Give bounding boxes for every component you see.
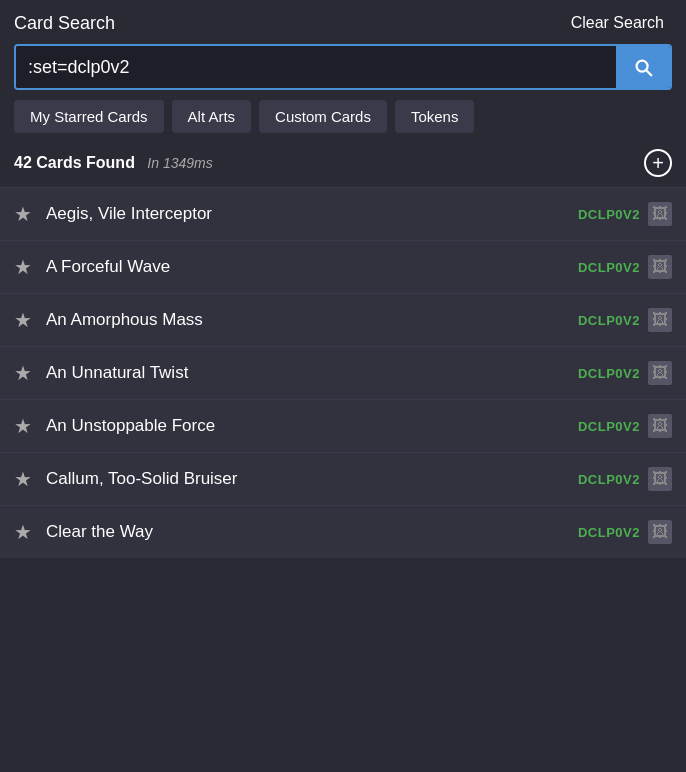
results-time: In 1349ms — [147, 155, 212, 171]
card-name: Callum, Too-Solid Bruiser — [46, 469, 578, 489]
card-image-icon[interactable]: 🖼 — [648, 414, 672, 438]
card-name: An Unnatural Twist — [46, 363, 578, 383]
search-bar — [14, 44, 672, 90]
star-icon[interactable]: ★ — [14, 467, 32, 491]
card-name: An Unstoppable Force — [46, 416, 578, 436]
tab-my-starred[interactable]: My Starred Cards — [14, 100, 164, 133]
card-name: An Amorphous Mass — [46, 310, 578, 330]
card-image-icon[interactable]: 🖼 — [648, 308, 672, 332]
results-header: 42 Cards Found In 1349ms + — [0, 139, 686, 187]
tab-tokens[interactable]: Tokens — [395, 100, 475, 133]
card-list: ★Aegis, Vile InterceptorDCLP0V2🖼★A Force… — [0, 187, 686, 558]
search-input[interactable] — [16, 46, 616, 88]
star-icon[interactable]: ★ — [14, 520, 32, 544]
card-set-badge: DCLP0V2 — [578, 207, 640, 222]
app-container: Card Search Clear Search My Starred Card… — [0, 0, 686, 558]
card-image-icon[interactable]: 🖼 — [648, 361, 672, 385]
star-icon[interactable]: ★ — [14, 255, 32, 279]
card-set-badge: DCLP0V2 — [578, 366, 640, 381]
star-icon[interactable]: ★ — [14, 414, 32, 438]
card-item[interactable]: ★Callum, Too-Solid BruiserDCLP0V2🖼 — [0, 452, 686, 505]
card-item[interactable]: ★An Unnatural TwistDCLP0V2🖼 — [0, 346, 686, 399]
card-set-badge: DCLP0V2 — [578, 472, 640, 487]
card-image-icon[interactable]: 🖼 — [648, 202, 672, 226]
card-set-badge: DCLP0V2 — [578, 419, 640, 434]
tabs-container: My Starred Cards Alt Arts Custom Cards T… — [0, 100, 686, 133]
card-item[interactable]: ★An Unstoppable ForceDCLP0V2🖼 — [0, 399, 686, 452]
results-count: 42 Cards Found — [14, 154, 135, 171]
card-name: A Forceful Wave — [46, 257, 578, 277]
card-set-badge: DCLP0V2 — [578, 525, 640, 540]
results-summary: 42 Cards Found In 1349ms — [14, 154, 213, 172]
search-icon — [632, 56, 654, 78]
card-item[interactable]: ★A Forceful WaveDCLP0V2🖼 — [0, 240, 686, 293]
card-name: Clear the Way — [46, 522, 578, 542]
star-icon[interactable]: ★ — [14, 361, 32, 385]
header: Card Search Clear Search — [0, 0, 686, 44]
search-button[interactable] — [616, 46, 670, 88]
clear-search-button[interactable]: Clear Search — [563, 10, 672, 36]
card-image-icon[interactable]: 🖼 — [648, 255, 672, 279]
card-set-badge: DCLP0V2 — [578, 260, 640, 275]
card-image-icon[interactable]: 🖼 — [648, 520, 672, 544]
card-item[interactable]: ★An Amorphous MassDCLP0V2🖼 — [0, 293, 686, 346]
star-icon[interactable]: ★ — [14, 202, 32, 226]
tab-custom-cards[interactable]: Custom Cards — [259, 100, 387, 133]
card-image-icon[interactable]: 🖼 — [648, 467, 672, 491]
card-item[interactable]: ★Clear the WayDCLP0V2🖼 — [0, 505, 686, 558]
star-icon[interactable]: ★ — [14, 308, 32, 332]
add-button[interactable]: + — [644, 149, 672, 177]
tab-alt-arts[interactable]: Alt Arts — [172, 100, 252, 133]
card-item[interactable]: ★Aegis, Vile InterceptorDCLP0V2🖼 — [0, 187, 686, 240]
card-set-badge: DCLP0V2 — [578, 313, 640, 328]
page-title: Card Search — [14, 13, 115, 34]
card-name: Aegis, Vile Interceptor — [46, 204, 578, 224]
